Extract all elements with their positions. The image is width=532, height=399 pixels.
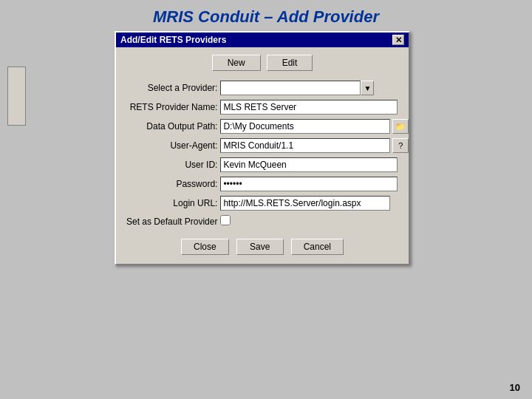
login-url-label: Login URL:	[125, 194, 219, 213]
dialog-close-button[interactable]: ✕	[392, 35, 404, 45]
data-output-path-wrapper: 📁	[220, 119, 409, 134]
form-table: Select a Provider: ▼ RETS Provider Name:…	[125, 78, 410, 230]
cancel-button[interactable]: Cancel	[291, 239, 344, 255]
data-output-path-cell: 📁	[219, 117, 410, 136]
rets-provider-name-label: RETS Provider Name:	[125, 98, 219, 117]
user-id-label: User ID:	[125, 155, 219, 174]
page-title: MRIS Conduit – Add Provider	[0, 0, 532, 31]
add-edit-dialog: Add/Edit RETS Providers ✕ New Edit Selec…	[115, 31, 410, 265]
rets-provider-name-row: RETS Provider Name:	[125, 98, 410, 117]
user-id-input[interactable]	[220, 157, 398, 172]
default-provider-checkbox[interactable]	[220, 215, 231, 225]
rets-provider-name-cell	[219, 98, 410, 117]
login-url-row: Login URL:	[125, 194, 410, 213]
user-agent-row: User-Agent: ?	[125, 136, 410, 155]
edit-button[interactable]: Edit	[267, 55, 313, 71]
left-panel	[7, 66, 26, 126]
user-agent-cell: ?	[219, 136, 410, 155]
user-agent-help-icon[interactable]: ?	[392, 138, 409, 153]
password-row: Password:	[125, 174, 410, 194]
select-provider-row: Select a Provider: ▼	[125, 78, 410, 98]
bottom-buttons-row: Close Save Cancel	[125, 239, 400, 255]
dialog-body: New Edit Select a Provider: ▼ RETS Provi…	[116, 47, 409, 264]
user-agent-input[interactable]	[220, 138, 390, 153]
select-provider-wrapper: ▼	[220, 81, 409, 95]
select-provider-label: Select a Provider:	[125, 78, 219, 98]
save-button[interactable]: Save	[236, 239, 284, 255]
default-provider-label: Set as Default Provider	[125, 213, 219, 230]
data-output-path-row: Data Output Path: 📁	[125, 117, 410, 136]
data-output-path-label: Data Output Path:	[125, 117, 219, 136]
page-number: 10	[510, 382, 520, 393]
user-id-cell	[219, 155, 410, 174]
user-agent-label: User-Agent:	[125, 136, 219, 155]
new-edit-row: New Edit	[125, 55, 400, 71]
password-label: Password:	[125, 174, 219, 194]
close-button[interactable]: Close	[181, 239, 229, 255]
password-cell	[219, 174, 410, 194]
default-provider-row: Set as Default Provider	[125, 213, 410, 230]
browse-folder-icon[interactable]: 📁	[392, 119, 409, 134]
rets-provider-name-input[interactable]	[220, 100, 398, 115]
dropdown-arrow-icon[interactable]: ▼	[361, 81, 374, 95]
login-url-input[interactable]	[220, 196, 390, 211]
data-output-path-input[interactable]	[220, 119, 390, 134]
new-button[interactable]: New	[212, 55, 261, 71]
dialog-titlebar: Add/Edit RETS Providers ✕	[116, 33, 409, 47]
select-provider-cell: ▼	[219, 78, 410, 98]
default-provider-cell	[219, 213, 410, 230]
user-agent-wrapper: ?	[220, 138, 409, 153]
password-input[interactable]	[220, 177, 398, 191]
select-provider-dropdown[interactable]	[220, 81, 361, 95]
dialog-title: Add/Edit RETS Providers	[120, 35, 226, 45]
user-id-row: User ID:	[125, 155, 410, 174]
login-url-cell	[219, 194, 410, 213]
